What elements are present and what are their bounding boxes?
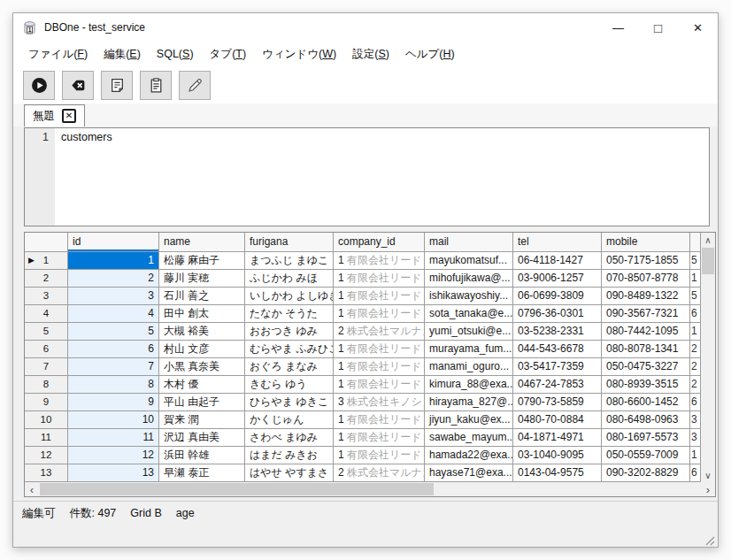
- row-header-cell[interactable]: 12: [25, 447, 68, 464]
- cell-tel[interactable]: 03-1040-9095: [513, 447, 602, 464]
- corner-header-cell[interactable]: [25, 233, 68, 252]
- cell-furigana[interactable]: むらやま ふみひこ: [245, 341, 334, 358]
- cell-mobile[interactable]: 050-0559-7009: [602, 447, 690, 464]
- row-header-cell[interactable]: 10: [25, 411, 68, 429]
- cell-name[interactable]: 浜田 幹雄: [159, 447, 245, 464]
- cell-furigana[interactable]: さわべ まゆみ: [245, 429, 334, 447]
- cell-mobile[interactable]: 090-3567-7321: [602, 305, 690, 323]
- vertical-scrollbar[interactable]: ∧ ∨: [701, 233, 715, 482]
- cell-mail[interactable]: ishikawayoshiy...: [425, 288, 513, 305]
- new-sql-button[interactable]: [101, 71, 133, 100]
- cell-mobile[interactable]: 080-7442-1095: [602, 323, 690, 341]
- cell-mail[interactable]: sota_tanaka@e...: [425, 305, 513, 323]
- menu-item-sql[interactable]: SQL(S): [149, 42, 202, 66]
- row-header-cell[interactable]: 3: [25, 288, 68, 305]
- scroll-down-button[interactable]: ∨: [701, 468, 715, 482]
- column-header-tel[interactable]: tel: [513, 233, 602, 252]
- column-header-company[interactable]: company_id: [334, 233, 425, 252]
- edit-mode-button[interactable]: [179, 71, 211, 100]
- cell-id[interactable]: 10: [68, 411, 159, 429]
- cell-company[interactable]: 1 有限会社リード: [334, 305, 425, 323]
- cell-mail[interactable]: hayase71@exa...: [425, 464, 513, 482]
- cell-furigana[interactable]: かくじゅん: [245, 411, 334, 429]
- cell-name[interactable]: 田中 創太: [159, 305, 245, 323]
- cell-mobile[interactable]: 090-8489-1322: [602, 288, 690, 305]
- cell-id[interactable]: 5: [68, 323, 159, 341]
- row-header-cell[interactable]: 9: [25, 394, 68, 411]
- resize-grip[interactable]: [704, 533, 715, 544]
- cell-furigana[interactable]: たなか そうた: [245, 305, 334, 323]
- cell-furigana[interactable]: まつふじ まゆこ: [245, 252, 334, 270]
- cell-mobile[interactable]: 080-8078-1341: [602, 341, 690, 358]
- cell-company[interactable]: 1 有限会社リード: [334, 411, 425, 429]
- cell-id[interactable]: 7: [68, 358, 159, 376]
- column-header-name[interactable]: name: [159, 233, 245, 252]
- column-header-mail[interactable]: mail: [425, 233, 513, 252]
- cell-company[interactable]: 1 有限会社リード: [334, 270, 425, 288]
- cell-furigana[interactable]: はまだ みきお: [245, 447, 334, 464]
- cell-name[interactable]: 平山 由起子: [159, 394, 245, 411]
- scroll-right-button[interactable]: ›: [701, 482, 715, 496]
- cell-id[interactable]: 1: [68, 252, 159, 270]
- cell-mobile[interactable]: 050-7175-1855: [602, 252, 690, 270]
- menu-item-file[interactable]: ファイル(F): [20, 42, 96, 66]
- menu-item-tab[interactable]: タブ(T): [202, 42, 255, 66]
- cell-id[interactable]: 13: [68, 464, 159, 482]
- cell-id[interactable]: 4: [68, 305, 159, 323]
- cell-mail[interactable]: sawabe_mayum...: [425, 429, 513, 447]
- execute-button[interactable]: [23, 71, 55, 100]
- row-header-cell[interactable]: 13: [25, 464, 68, 482]
- cell-furigana[interactable]: きむら ゆう: [245, 376, 334, 394]
- cell-tel[interactable]: 03-9006-1257: [513, 270, 602, 288]
- cell-mobile[interactable]: 080-8939-3515: [602, 376, 690, 394]
- cell-company[interactable]: 3 株式会社キノシタ: [334, 394, 425, 411]
- cell-furigana[interactable]: ひらやま ゆきこ: [245, 394, 334, 411]
- cell-mail[interactable]: yumi_otsuki@e...: [425, 323, 513, 341]
- tab-close-button[interactable]: ✕: [62, 109, 76, 123]
- cell-id[interactable]: 2: [68, 270, 159, 288]
- vertical-scroll-thumb[interactable]: [702, 248, 714, 274]
- cell-furigana[interactable]: いしかわ よしゆき: [245, 288, 334, 305]
- cell-tel[interactable]: 0790-73-5859: [513, 394, 602, 411]
- cell-tel[interactable]: 0467-24-7853: [513, 376, 602, 394]
- horizontal-scroll-thumb[interactable]: [40, 483, 434, 495]
- cell-tel[interactable]: 044-543-6678: [513, 341, 602, 358]
- cell-mail[interactable]: mayukomatsuf...: [425, 252, 513, 270]
- cell-company[interactable]: 2 株式会社マルナカ: [334, 464, 425, 482]
- column-header-furigana[interactable]: furigana: [245, 233, 334, 252]
- row-header-cell[interactable]: 4: [25, 305, 68, 323]
- column-header-mobile[interactable]: mobile: [602, 233, 690, 252]
- cell-tel[interactable]: 03-5238-2331: [513, 323, 602, 341]
- cell-tel[interactable]: 04-1871-4971: [513, 429, 602, 447]
- cell-tel[interactable]: 0480-70-0884: [513, 411, 602, 429]
- close-button[interactable]: ✕: [678, 13, 718, 42]
- cell-company[interactable]: 1 有限会社リード: [334, 288, 425, 305]
- cell-furigana[interactable]: おおつき ゆみ: [245, 323, 334, 341]
- cell-name[interactable]: 木村 優: [159, 376, 245, 394]
- row-header-cell[interactable]: 2: [25, 270, 68, 288]
- cell-mail[interactable]: jiyun_kaku@ex...: [425, 411, 513, 429]
- cell-name[interactable]: 石川 善之: [159, 288, 245, 305]
- cell-mail[interactable]: kimura_88@exa...: [425, 376, 513, 394]
- stop-button[interactable]: [62, 71, 94, 100]
- cell-name[interactable]: 村山 文彦: [159, 341, 245, 358]
- cell-name[interactable]: 沢辺 真由美: [159, 429, 245, 447]
- cell-tel[interactable]: 0796-36-0301: [513, 305, 602, 323]
- cell-company[interactable]: 1 有限会社リード: [334, 252, 425, 270]
- cell-company[interactable]: 1 有限会社リード: [334, 341, 425, 358]
- cell-id[interactable]: 3: [68, 288, 159, 305]
- cell-id[interactable]: 9: [68, 394, 159, 411]
- cell-furigana[interactable]: おぐろ まなみ: [245, 358, 334, 376]
- cell-mobile[interactable]: 070-8507-8778: [602, 270, 690, 288]
- row-header-cell[interactable]: ▶1: [25, 252, 68, 270]
- cell-mail[interactable]: manami_oguro...: [425, 358, 513, 376]
- copy-result-button[interactable]: [140, 71, 172, 100]
- cell-id[interactable]: 11: [68, 429, 159, 447]
- minimize-button[interactable]: —: [598, 13, 638, 42]
- scroll-left-button[interactable]: ‹: [25, 482, 39, 496]
- sql-editor[interactable]: 1 customers: [24, 127, 710, 226]
- cell-name[interactable]: 賀来 潤: [159, 411, 245, 429]
- cell-company[interactable]: 1 有限会社リード: [334, 376, 425, 394]
- cell-mobile[interactable]: 090-3202-8829: [602, 464, 690, 482]
- column-header-partial[interactable]: [690, 233, 701, 252]
